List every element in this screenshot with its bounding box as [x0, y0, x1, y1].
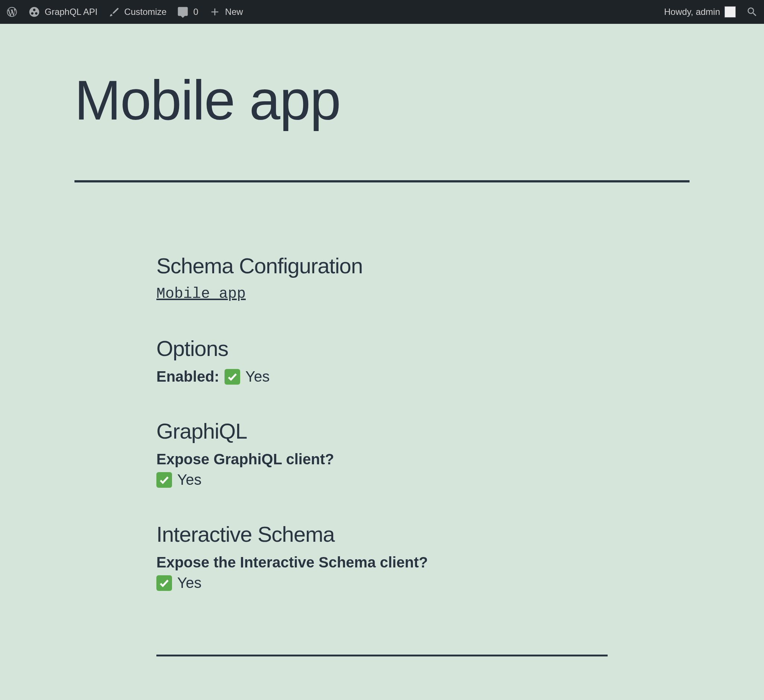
site-title-label: GraphQL API	[45, 7, 97, 17]
avatar	[725, 6, 736, 17]
search-toggle[interactable]	[746, 6, 758, 18]
interactive-schema-value-line: Yes	[157, 575, 607, 591]
enabled-field: Enabled: Yes	[157, 368, 607, 385]
page-title: Mobile app	[74, 72, 690, 128]
options-heading: Options	[157, 336, 607, 361]
customize-label: Customize	[124, 7, 166, 17]
content-column: Schema Configuration Mobile app Options …	[74, 253, 690, 656]
comments-count: 0	[193, 7, 198, 17]
customize-icon	[108, 6, 120, 18]
wordpress-icon	[6, 6, 18, 18]
graphiql-question: Expose GraphiQL client?	[157, 451, 607, 468]
page-content: Mobile app Schema Configuration Mobile a…	[0, 24, 764, 656]
enabled-label: Enabled:	[157, 368, 219, 385]
new-content-menu[interactable]: New	[209, 6, 243, 18]
check-icon	[157, 472, 172, 488]
user-account-menu[interactable]: Howdy, admin	[664, 6, 736, 17]
admin-bar-right: Howdy, admin	[664, 6, 758, 18]
admin-bar: GraphQL API Customize 0 New Howdy, admin	[0, 0, 764, 24]
divider-thick	[74, 180, 690, 182]
new-label: New	[225, 7, 243, 17]
check-icon	[157, 575, 172, 591]
search-icon	[746, 6, 758, 18]
graphiql-value: Yes	[177, 471, 202, 488]
interactive-schema-value: Yes	[177, 575, 202, 591]
section-schema-configuration: Schema Configuration Mobile app	[157, 253, 607, 302]
enabled-value: Yes	[245, 368, 269, 385]
section-options: Options Enabled: Yes	[157, 336, 607, 385]
interactive-schema-question: Expose the Interactive Schema client?	[157, 554, 607, 571]
plus-icon	[209, 6, 221, 18]
divider-thin	[157, 655, 607, 656]
schema-config-link[interactable]: Mobile app	[157, 286, 246, 302]
dashboard-icon	[28, 6, 40, 18]
greeting-label: Howdy, admin	[664, 7, 720, 17]
check-icon	[224, 369, 240, 385]
section-interactive-schema: Interactive Schema Expose the Interactiv…	[157, 521, 607, 591]
admin-bar-left: GraphQL API Customize 0 New	[6, 6, 243, 18]
graphiql-heading: GraphiQL	[157, 418, 607, 443]
interactive-schema-heading: Interactive Schema	[157, 521, 607, 547]
comments-menu[interactable]: 0	[177, 6, 198, 18]
schema-config-heading: Schema Configuration	[157, 253, 607, 278]
customize-menu[interactable]: Customize	[108, 6, 166, 18]
site-name-menu[interactable]: GraphQL API	[28, 6, 97, 18]
section-graphiql: GraphiQL Expose GraphiQL client? Yes	[157, 418, 607, 488]
graphiql-value-line: Yes	[157, 471, 607, 488]
comment-icon	[177, 6, 189, 18]
wp-logo-menu[interactable]	[6, 6, 18, 18]
